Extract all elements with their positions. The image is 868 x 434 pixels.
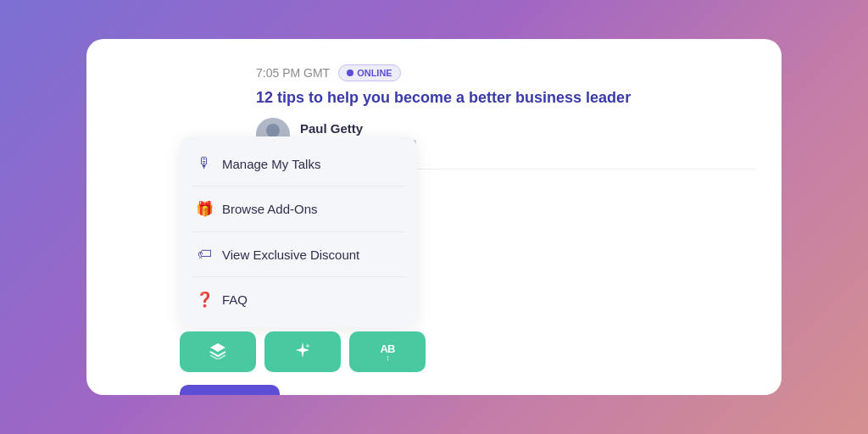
menu-divider-1: [192, 186, 405, 186]
menu-divider-2: [192, 231, 405, 232]
event-hub-label: Event Hub: [198, 393, 261, 395]
event-hub-button[interactable]: Event Hub: [180, 385, 280, 395]
action-buttons-row: AB↕: [180, 331, 426, 372]
menu-divider-3: [192, 276, 405, 277]
dropdown-menu: 🎙 Manage My Talks 🎁 Browse Add-Ons 🏷 Vie…: [180, 136, 417, 327]
sparkle-button[interactable]: [264, 331, 341, 372]
svg-point-1: [266, 124, 280, 137]
online-badge-label-1: ONLINE: [357, 68, 392, 78]
layers-button[interactable]: [180, 331, 256, 372]
main-card: 🎙 Manage My Talks 🎁 Browse Add-Ons 🏷 Vie…: [86, 39, 782, 395]
browse-addons-label: Browse Add-Ons: [222, 202, 318, 216]
online-badge-1: ONLINE: [338, 64, 401, 81]
faq-item[interactable]: ❓ FAQ: [180, 279, 417, 320]
faq-label: FAQ: [222, 292, 248, 307]
layers-icon: [209, 341, 227, 364]
browse-addons-icon: 🎁: [195, 200, 214, 218]
discount-icon: 🏷: [195, 246, 214, 263]
ab-icon: AB↕: [381, 342, 395, 362]
session-time-1: 7:05 PM GMT: [256, 66, 330, 80]
manage-talks-icon: 🎙: [195, 155, 214, 172]
manage-talks-item[interactable]: 🎙 Manage My Talks: [180, 143, 417, 184]
browse-addons-item[interactable]: 🎁 Browse Add-Ons: [180, 188, 417, 230]
faq-icon: ❓: [195, 291, 214, 309]
manage-talks-label: Manage My Talks: [222, 157, 320, 171]
speaker-name-1: Paul Getty: [300, 121, 416, 136]
view-discount-item[interactable]: 🏷 View Exclusive Discount: [180, 234, 417, 275]
sparkle-icon: [293, 341, 312, 364]
ab-button[interactable]: AB↕: [349, 331, 426, 372]
view-discount-label: View Exclusive Discount: [222, 248, 359, 262]
session-header-1: 7:05 PM GMT ONLINE: [256, 64, 756, 81]
online-dot-icon: [347, 70, 353, 76]
session-title-1: 12 tips to help you become a better busi…: [256, 88, 756, 108]
